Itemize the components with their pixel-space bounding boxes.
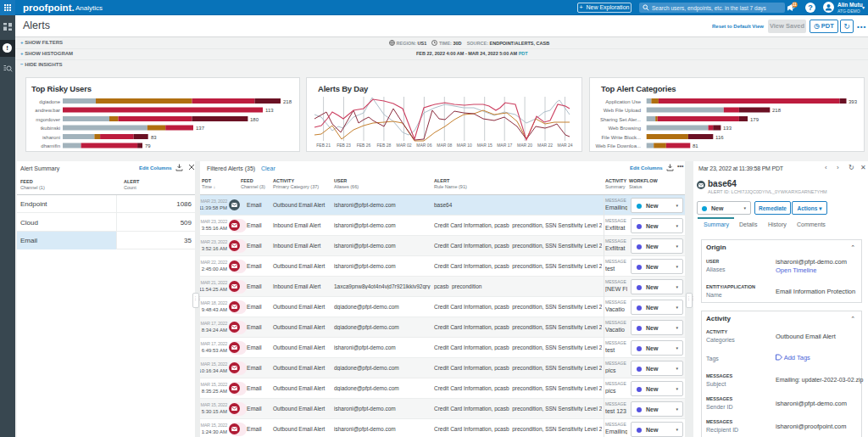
svg-text:MAR 02: MAR 02 [396, 143, 411, 148]
svg-text:393: 393 [849, 99, 858, 104]
svg-text:MAR 20: MAR 20 [517, 143, 532, 148]
svg-text:MAR 08: MAR 08 [437, 143, 452, 148]
svg-text:Web Browsing: Web Browsing [608, 126, 641, 131]
svg-text:FEB 26: FEB 26 [357, 143, 371, 148]
svg-text:79: 79 [145, 143, 151, 148]
svg-text:MAR 10: MAR 10 [457, 143, 472, 148]
svg-text:isharoni: isharoni [42, 135, 60, 140]
svg-text:FEB 21: FEB 21 [316, 143, 331, 148]
svg-text:mgordover: mgordover [36, 117, 60, 122]
svg-text:Application Use: Application Use [605, 99, 641, 104]
svg-text:MAR 17: MAR 17 [497, 143, 512, 148]
svg-text:FEB 23: FEB 23 [337, 143, 351, 148]
svg-text:180: 180 [250, 117, 259, 122]
svg-text:MAR 15: MAR 15 [477, 143, 492, 148]
svg-text:218: 218 [772, 108, 782, 113]
svg-text:MAR 22: MAR 22 [537, 143, 553, 148]
svg-text:Web File Downloa...: Web File Downloa... [595, 143, 641, 148]
svg-text:133: 133 [723, 126, 732, 131]
svg-text:179: 179 [750, 117, 760, 122]
svg-text:137: 137 [196, 126, 205, 131]
svg-text:83: 83 [151, 135, 157, 140]
svg-text:dhamifin: dhamifin [41, 143, 60, 148]
svg-text:Web File Upload: Web File Upload [604, 108, 641, 113]
svg-text:11: 11 [793, 3, 797, 7]
svg-text:113: 113 [265, 108, 274, 113]
svg-text:MAR 24: MAR 24 [557, 143, 572, 148]
svg-text:116: 116 [715, 135, 724, 140]
svg-text:andrew.bar: andrew.bar [35, 108, 60, 113]
svg-text:dgiadone: dgiadone [39, 99, 60, 104]
svg-text:81: 81 [693, 143, 698, 148]
svg-text:FEB 28: FEB 28 [377, 143, 392, 148]
svg-text:Sharing Set Aler...: Sharing Set Aler... [600, 117, 641, 122]
svg-text:MAR 06: MAR 06 [416, 143, 431, 148]
svg-text:218: 218 [283, 99, 292, 104]
svg-text:tkubinski: tkubinski [41, 126, 60, 131]
svg-text:File Write Block...: File Write Block... [601, 135, 641, 140]
